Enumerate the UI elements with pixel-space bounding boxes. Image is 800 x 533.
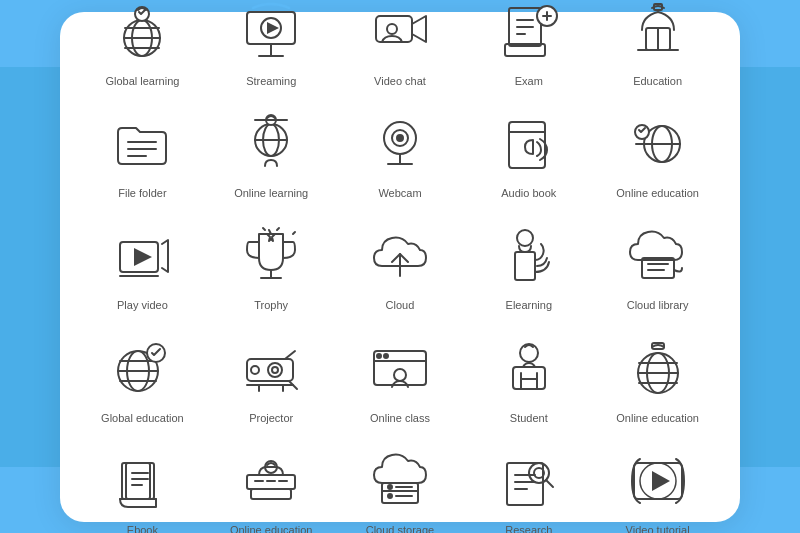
svg-point-72 bbox=[394, 369, 406, 381]
icon-item-cloud-storage: Cloud storage bbox=[338, 439, 463, 533]
video-tutorial-label: Video tutorial bbox=[626, 523, 690, 533]
icon-item-student: Student bbox=[466, 327, 591, 431]
svg-point-66 bbox=[251, 366, 259, 374]
svg-point-100 bbox=[388, 485, 392, 489]
play-video-label: Play video bbox=[117, 298, 168, 312]
elearning-icon bbox=[493, 220, 565, 292]
svg-marker-47 bbox=[134, 248, 152, 266]
icon-item-video-tutorial: Video tutorial bbox=[595, 439, 720, 533]
main-card: Global learning Streaming bbox=[60, 12, 740, 522]
svg-point-53 bbox=[517, 230, 533, 246]
projector-label: Projector bbox=[249, 411, 293, 425]
icon-item-education: Education bbox=[595, 0, 720, 94]
svg-rect-11 bbox=[376, 16, 412, 42]
online-education-2-label: Online education bbox=[616, 411, 699, 425]
webcam-icon bbox=[364, 108, 436, 180]
icon-item-projector: Projector bbox=[209, 327, 334, 431]
svg-point-36 bbox=[397, 135, 403, 141]
icon-item-play-video: Play video bbox=[80, 214, 205, 318]
svg-point-64 bbox=[268, 363, 282, 377]
education-label: Education bbox=[633, 74, 682, 88]
cloud-library-label: Cloud library bbox=[627, 298, 689, 312]
icon-item-global-education: Global education bbox=[80, 327, 205, 431]
online-class-icon bbox=[364, 333, 436, 405]
cloud-icon bbox=[364, 220, 436, 292]
ebook-label: Ebook bbox=[127, 523, 158, 533]
online-education-3-icon bbox=[235, 445, 307, 517]
online-education-3-label: Online education bbox=[230, 523, 313, 533]
icon-item-file-folder: File folder bbox=[80, 102, 205, 206]
icon-item-video-chat: Video chat bbox=[338, 0, 463, 94]
cloud-label: Cloud bbox=[386, 298, 415, 312]
svg-point-65 bbox=[272, 367, 278, 373]
online-class-label: Online class bbox=[370, 411, 430, 425]
svg-point-75 bbox=[520, 344, 538, 362]
audio-book-label: Audio book bbox=[501, 186, 556, 200]
online-learning-icon bbox=[235, 108, 307, 180]
svg-point-74 bbox=[384, 354, 388, 358]
icon-item-cloud: Cloud bbox=[338, 214, 463, 318]
streaming-icon bbox=[235, 0, 307, 68]
icon-item-online-education-3: Online education bbox=[209, 439, 334, 533]
svg-rect-52 bbox=[515, 252, 535, 280]
icon-item-online-education-1: Online education bbox=[595, 102, 720, 206]
ebook-icon bbox=[106, 445, 178, 517]
exam-icon bbox=[493, 0, 565, 68]
projector-icon bbox=[235, 333, 307, 405]
student-icon bbox=[493, 333, 565, 405]
play-video-icon bbox=[106, 220, 178, 292]
svg-point-101 bbox=[388, 494, 392, 498]
svg-marker-10 bbox=[267, 22, 279, 34]
file-folder-icon bbox=[106, 108, 178, 180]
streaming-label: Streaming bbox=[246, 74, 296, 88]
video-tutorial-icon bbox=[622, 445, 694, 517]
icon-item-ebook: Ebook bbox=[80, 439, 205, 533]
svg-rect-104 bbox=[507, 463, 543, 505]
student-label: Student bbox=[510, 411, 548, 425]
icon-item-research: Research bbox=[466, 439, 591, 533]
svg-marker-112 bbox=[652, 471, 670, 491]
svg-marker-12 bbox=[412, 16, 426, 42]
svg-rect-93 bbox=[251, 489, 291, 499]
icon-item-global-learning: Global learning bbox=[80, 0, 205, 94]
cloud-storage-label: Cloud storage bbox=[366, 523, 435, 533]
audio-book-icon bbox=[493, 108, 565, 180]
video-chat-label: Video chat bbox=[374, 74, 426, 88]
education-icon bbox=[622, 0, 694, 68]
svg-point-73 bbox=[377, 354, 381, 358]
exam-label: Exam bbox=[515, 74, 543, 88]
research-icon bbox=[493, 445, 565, 517]
icon-item-online-learning: Online learning bbox=[209, 102, 334, 206]
icon-item-exam: Exam bbox=[466, 0, 591, 94]
global-education-label: Global education bbox=[101, 411, 184, 425]
online-education-1-icon bbox=[622, 108, 694, 180]
online-education-1-label: Online education bbox=[616, 186, 699, 200]
icon-item-streaming: Streaming bbox=[209, 0, 334, 94]
elearning-label: Elearning bbox=[506, 298, 552, 312]
svg-point-13 bbox=[387, 24, 397, 34]
global-learning-label: Global learning bbox=[105, 74, 179, 88]
cloud-storage-icon bbox=[364, 445, 436, 517]
online-education-2-icon bbox=[622, 333, 694, 405]
global-education-icon bbox=[106, 333, 178, 405]
webcam-label: Webcam bbox=[378, 186, 421, 200]
icon-item-online-class: Online class bbox=[338, 327, 463, 431]
svg-rect-63 bbox=[247, 359, 293, 381]
icon-item-elearning: Elearning bbox=[466, 214, 591, 318]
svg-line-109 bbox=[546, 480, 553, 487]
icon-item-trophy: Trophy bbox=[209, 214, 334, 318]
research-label: Research bbox=[505, 523, 552, 533]
video-chat-icon bbox=[364, 0, 436, 68]
online-learning-label: Online learning bbox=[234, 186, 308, 200]
global-learning-icon bbox=[106, 0, 178, 68]
icon-item-online-education-2: Online education bbox=[595, 327, 720, 431]
cloud-library-icon bbox=[622, 220, 694, 292]
icon-grid: Global learning Streaming bbox=[60, 0, 740, 533]
icon-item-audio-book: Audio book bbox=[466, 102, 591, 206]
file-folder-label: File folder bbox=[118, 186, 166, 200]
icon-item-webcam: Webcam bbox=[338, 102, 463, 206]
trophy-label: Trophy bbox=[254, 298, 288, 312]
icon-item-cloud-library: Cloud library bbox=[595, 214, 720, 318]
trophy-icon bbox=[235, 220, 307, 292]
